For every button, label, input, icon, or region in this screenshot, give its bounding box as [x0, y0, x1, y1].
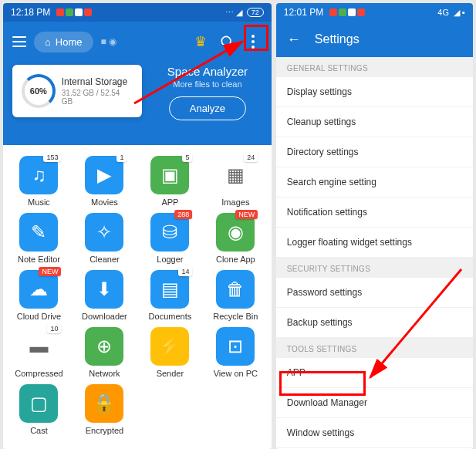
grid-item-cleaner[interactable]: ✧Cleaner	[73, 213, 136, 264]
menu-icon[interactable]	[12, 36, 26, 47]
app-icon: ▶1	[85, 156, 123, 194]
app-icon: ☁NEW	[19, 270, 58, 309]
tab-indicator: ■ ◉	[101, 36, 117, 47]
phone-right-screen: 12:01 PM 4G ◢ ▪ ← Settings GENERAL SETTI…	[276, 3, 473, 449]
app-label: Cast	[30, 426, 48, 435]
badge: 288	[174, 210, 192, 219]
setting-item-notification-settings[interactable]: Notification settings	[276, 197, 473, 228]
settings-title: Settings	[315, 32, 360, 46]
phone-left-screen: 12:18 PM ⋯ ◢ 72 ⌂ Home ■ ◉ ♛	[3, 3, 272, 449]
home-label: Home	[56, 36, 83, 48]
setting-item-password-settings[interactable]: Password settings	[276, 278, 473, 308]
app-label: Encrypted	[86, 426, 124, 435]
app-icon: ⚡	[150, 327, 189, 366]
storage-detail: 31.52 GB / 52.54 GB	[62, 89, 133, 106]
home-icon: ⌂	[45, 36, 51, 48]
settings-list[interactable]: GENERAL SETTINGSDisplay settingsCleanup …	[276, 57, 473, 449]
crown-icon[interactable]: ♛	[191, 32, 210, 51]
app-icon: ▢	[19, 384, 58, 423]
app-label: Network	[89, 369, 120, 378]
analyzer-title: Space Analyzer	[153, 65, 262, 78]
status-time: 12:01 PM	[284, 7, 323, 18]
back-icon[interactable]: ←	[287, 32, 301, 48]
app-grid: ♫153Music▶1Movies▣5APP▦24Images✎Note Edi…	[3, 145, 272, 446]
signal-icon: ◢ ▪	[454, 8, 465, 18]
status-bar: 12:01 PM 4G ◢ ▪	[276, 3, 473, 22]
setting-item-app[interactable]: APP	[276, 358, 473, 388]
storage-title: Internal Storage	[62, 76, 133, 87]
app-label: Documents	[149, 312, 192, 321]
app-icon: ⬇	[85, 270, 123, 309]
battery-icon: 72	[247, 8, 264, 17]
wifi-icon: ⋯ ◢	[225, 8, 242, 18]
grid-item-note-editor[interactable]: ✎Note Editor	[8, 213, 70, 264]
badge: 24	[244, 153, 258, 162]
badge: 5	[182, 153, 192, 162]
grid-item-compressed[interactable]: ▬10Compressed	[8, 327, 70, 378]
app-icon: ⊕	[85, 327, 123, 366]
app-icon: ▤14	[150, 270, 189, 309]
app-label: Sender	[157, 369, 184, 378]
app-icon: ▦24	[216, 156, 255, 194]
app-label: Music	[28, 197, 50, 207]
section-header: GENERAL SETTINGS	[276, 57, 473, 77]
section-header: TOOLS SETTINGS	[276, 338, 473, 358]
grid-item-movies[interactable]: ▶1Movies	[73, 156, 136, 207]
grid-item-documents[interactable]: ▤14Documents	[139, 270, 201, 321]
grid-item-logger[interactable]: ⛁288Logger	[139, 213, 201, 264]
app-icon: ▬10	[19, 327, 58, 366]
storage-ring: 60%	[22, 74, 56, 108]
app-label: Compressed	[15, 369, 62, 378]
app-label: Downloader	[82, 312, 127, 321]
storage-card[interactable]: 60% Internal Storage 31.52 GB / 52.54 GB	[12, 65, 142, 117]
app-icon: 🔒	[85, 384, 123, 423]
badge: 14	[178, 267, 192, 276]
app-label: Movies	[91, 197, 118, 207]
setting-item-logger-floating-widget-settings[interactable]: Logger floating widget settings	[276, 228, 473, 258]
app-label: Images	[221, 197, 249, 207]
section-header: SECURITY SETTINGS	[276, 258, 473, 278]
grid-item-music[interactable]: ♫153Music	[8, 156, 70, 207]
app-icon: ⊡	[216, 327, 255, 366]
setting-item-display-settings[interactable]: Display settings	[276, 77, 473, 107]
badge: NEW	[235, 210, 258, 219]
app-label: Cloud Drive	[17, 312, 61, 321]
app-label: Logger	[157, 255, 183, 264]
analyze-button[interactable]: Analyze	[169, 96, 246, 120]
grid-item-view-on-pc[interactable]: ⊡View on PC	[204, 327, 267, 378]
analyzer-sub: More files to clean	[153, 79, 262, 89]
network-icon: 4G	[437, 8, 449, 17]
badge: 10	[47, 324, 61, 333]
setting-item-window-settings[interactable]: Window settings	[276, 418, 473, 448]
grid-item-network[interactable]: ⊕Network	[73, 327, 136, 378]
app-icon: ⛁288	[150, 213, 189, 252]
app-label: View on PC	[214, 369, 258, 378]
app-icon: ▣5	[150, 156, 189, 194]
setting-item-backup-settings[interactable]: Backup settings	[276, 308, 473, 338]
app-icon: 🗑	[216, 270, 255, 309]
grid-item-downloader[interactable]: ⬇Downloader	[73, 270, 136, 321]
app-label: APP	[161, 197, 178, 207]
setting-item-search-engine-setting[interactable]: Search engine setting	[276, 167, 473, 197]
app-label: Recycle Bin	[213, 312, 258, 321]
grid-item-images[interactable]: ▦24Images	[204, 156, 267, 207]
status-bar: 12:18 PM ⋯ ◢ 72	[3, 3, 272, 22]
app-icon: ✎	[19, 213, 58, 252]
more-menu-icon[interactable]	[244, 32, 262, 51]
grid-item-app[interactable]: ▣5APP	[139, 156, 201, 207]
grid-item-clone-app[interactable]: ◉NEWClone App	[204, 213, 267, 264]
home-button[interactable]: ⌂ Home	[34, 32, 93, 52]
setting-item-directory-settings[interactable]: Directory settings	[276, 137, 473, 167]
app-label: Note Editor	[18, 255, 60, 264]
settings-header: ← Settings	[276, 22, 473, 57]
setting-item-cleanup-settings[interactable]: Cleanup settings	[276, 107, 473, 137]
grid-item-sender[interactable]: ⚡Sender	[139, 327, 201, 378]
grid-item-cloud-drive[interactable]: ☁NEWCloud Drive	[8, 270, 70, 321]
search-icon[interactable]	[218, 32, 236, 51]
status-time: 12:18 PM	[11, 7, 50, 18]
grid-item-recycle-bin[interactable]: 🗑Recycle Bin	[204, 270, 267, 321]
grid-item-encrypted[interactable]: 🔒Encrypted	[73, 384, 136, 435]
setting-item-download-manager[interactable]: Download Manager	[276, 388, 473, 418]
app-icon: ✧	[85, 213, 123, 252]
grid-item-cast[interactable]: ▢Cast	[8, 384, 70, 435]
